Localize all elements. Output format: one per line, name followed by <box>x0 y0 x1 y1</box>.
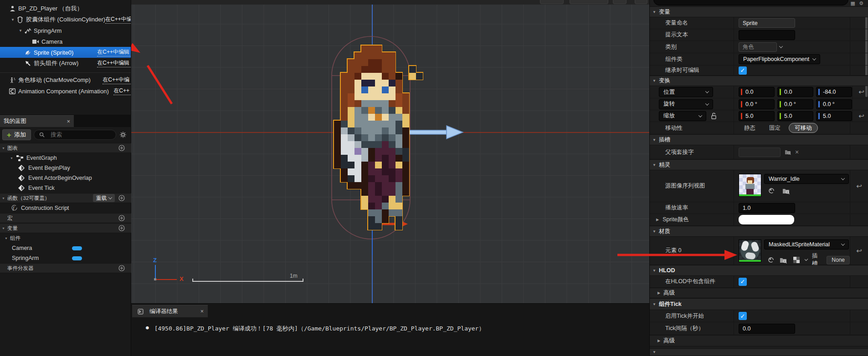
plus-circle-icon[interactable] <box>118 194 126 202</box>
axis-field-x[interactable]: 0.0 <box>739 87 775 97</box>
tooltip-input[interactable] <box>739 30 795 40</box>
section-socket[interactable]: ▼ 插槽 <box>650 134 868 145</box>
axis-field-x[interactable]: 5.0 <box>739 111 775 121</box>
overload-dropdown[interactable]: 重载 <box>93 194 115 202</box>
edit-in-cpp-link[interactable]: 在C++中编辑 <box>97 59 131 67</box>
variable-name-input[interactable]: Sprite <box>739 18 795 28</box>
component-row[interactable]: 箭头组件 (Arrow)在C++中编辑 <box>0 58 131 69</box>
blueprint-section-header[interactable]: ▼变量 <box>0 223 131 233</box>
variable-type-pill[interactable] <box>72 256 82 260</box>
component-row[interactable]: ▼胶囊体组件 (CollisionCylinder)在C++中编 <box>0 14 131 25</box>
component-row[interactable]: ▼SpringArm <box>0 25 131 36</box>
axis-field-x[interactable]: 0.0 ° <box>739 99 775 109</box>
blueprint-section-header[interactable]: 事件分发器 <box>0 263 131 273</box>
section-variable[interactable]: ▼ 变量 <box>650 6 868 17</box>
section-sprite[interactable]: ▼ 精灵 <box>650 159 868 170</box>
caret-down-icon[interactable]: ▼ <box>17 29 24 33</box>
blueprint-variable-row[interactable]: SpringArm <box>0 253 131 263</box>
flipbook-dropdown[interactable]: Warrior_Idle <box>764 174 849 184</box>
parent-socket-input[interactable] <box>739 147 781 157</box>
mobility-static[interactable]: 静态 <box>739 123 761 133</box>
use-selected-icon[interactable] <box>767 256 775 264</box>
hlod-checkbox[interactable]: ✓ <box>739 278 747 286</box>
plus-circle-icon[interactable] <box>118 264 126 272</box>
reset-icon[interactable]: ↩ <box>858 112 864 120</box>
tab-compiler-results[interactable]: 编译器结果 × <box>132 305 208 317</box>
browse-asset-icon[interactable] <box>781 187 791 195</box>
browse-asset-icon[interactable] <box>780 256 788 264</box>
clear-socket-icon[interactable]: × <box>795 148 799 156</box>
search-input[interactable] <box>51 132 96 138</box>
section-advanced-1[interactable]: ▶ 高级 <box>650 288 868 298</box>
component-class-dropdown[interactable]: PaperFlipbookComponent <box>739 54 820 64</box>
axis-field-y[interactable]: 0.0 ° <box>777 99 813 109</box>
blueprint-section-header[interactable]: ▼组件 <box>0 233 131 243</box>
settings-icon[interactable]: ⚙ <box>859 0 863 6</box>
use-selected-icon[interactable] <box>767 187 776 195</box>
axis-field-y[interactable]: 0.0 <box>777 87 813 97</box>
slot-none-button[interactable]: None <box>827 256 850 264</box>
editable-checkbox[interactable]: ✓ <box>739 66 747 75</box>
playrate-input[interactable]: 1.0 <box>739 203 795 213</box>
edit-in-cpp-link[interactable]: 在C++ <box>113 87 131 95</box>
rotation-dropdown[interactable]: 旋转 <box>659 99 713 109</box>
sprite-color-swatch[interactable] <box>739 215 794 224</box>
tab-my-blueprint[interactable]: 我的蓝图 × <box>0 115 74 127</box>
component-row[interactable]: Camera <box>0 36 131 47</box>
add-button[interactable]: ＋ 添加 <box>2 129 31 140</box>
blueprint-item-row[interactable]: ▼EventGraph <box>0 153 131 163</box>
caret-right-icon[interactable]: ▶ <box>656 218 659 222</box>
location-dropdown[interactable]: 位置 <box>659 87 713 97</box>
blueprint-variable-row[interactable]: Camera <box>0 243 131 253</box>
axis-field-z[interactable]: 0.0 ° <box>816 99 852 109</box>
axis-field-y[interactable]: 5.0 <box>777 111 813 121</box>
blueprint-section-header[interactable]: ▼图表 <box>0 143 131 153</box>
browse-socket-icon[interactable] <box>783 148 792 156</box>
caret-down-icon[interactable]: ▼ <box>10 18 16 22</box>
lock-open-icon[interactable] <box>711 112 717 119</box>
reset-icon[interactable]: ↩ <box>856 182 862 190</box>
section-material[interactable]: ▼ 材质 <box>650 226 868 237</box>
category-combo-input[interactable]: 角色 <box>739 42 777 52</box>
blueprint-item-row[interactable]: Event Tick <box>0 183 131 193</box>
component-row[interactable]: BP_ZD_Player （自我） <box>0 3 131 14</box>
mobility-stationary[interactable]: 固定 <box>764 123 786 133</box>
edit-in-cpp-link[interactable]: 在C++中编辑 <box>97 48 131 56</box>
section-component-tick[interactable]: ▼ 组件Tick <box>650 298 868 310</box>
axis-field-z[interactable]: 5.0 <box>816 111 852 121</box>
search-box[interactable] <box>34 130 116 140</box>
section-advanced-2[interactable]: ▶ 高级 <box>650 335 868 346</box>
reset-icon[interactable]: ↩ <box>858 88 864 96</box>
section-hlod[interactable]: ▼ HLOD <box>650 265 868 276</box>
blueprint-item-row[interactable]: Event ActorBeginOverlap <box>0 173 131 183</box>
component-row[interactable]: 角色移动 (CharMoveComp)在C++中编 <box>0 75 131 86</box>
caret-down-icon[interactable]: ▼ <box>10 157 15 160</box>
details-search-clipped[interactable] <box>653 0 848 5</box>
blueprint-item-row[interactable]: Event BeginPlay <box>0 163 131 173</box>
scale-dropdown[interactable]: 缩放 <box>659 111 706 121</box>
material-dropdown[interactable]: MaskedLitSpriteMaterial <box>764 239 849 249</box>
variable-type-pill[interactable] <box>72 246 82 250</box>
edit-in-cpp-link[interactable]: 在C++中编 <box>105 15 131 24</box>
edit-in-cpp-link[interactable]: 在C++中编 <box>103 76 131 84</box>
axis-field-z[interactable]: -84.0 <box>816 87 852 97</box>
close-icon[interactable]: × <box>67 118 70 125</box>
blueprint-item-row[interactable]: fConstruction Script <box>0 203 131 213</box>
reset-icon[interactable]: ↩ <box>856 247 862 255</box>
section-header-partial[interactable]: ▼ <box>650 348 868 356</box>
tick-enable-checkbox[interactable]: ✓ <box>739 312 747 320</box>
section-transform[interactable]: ▼ 变换 <box>650 76 868 86</box>
tick-interval-input[interactable]: 0.0 <box>739 324 795 334</box>
flipbook-thumbnail[interactable] <box>739 174 761 197</box>
grid-view-icon[interactable]: ▦ <box>851 0 855 6</box>
blueprint-section-header[interactable]: 宏 <box>0 213 131 223</box>
component-row[interactable]: Animation Component (Animation)在C++ <box>0 86 131 97</box>
viewport[interactable]: Z X 1m <box>131 0 649 303</box>
plus-circle-icon[interactable] <box>118 214 126 222</box>
gear-icon[interactable] <box>119 131 127 138</box>
checker-icon[interactable] <box>792 256 801 264</box>
mobility-movable[interactable]: 可移动 <box>789 123 818 133</box>
plus-circle-icon[interactable] <box>118 144 126 152</box>
compiler-log-line[interactable]: ● [4950.86]BP_ZD_Player 编译成功！[78 毫秒内]（/G… <box>146 325 484 333</box>
plus-circle-icon[interactable] <box>118 224 126 232</box>
